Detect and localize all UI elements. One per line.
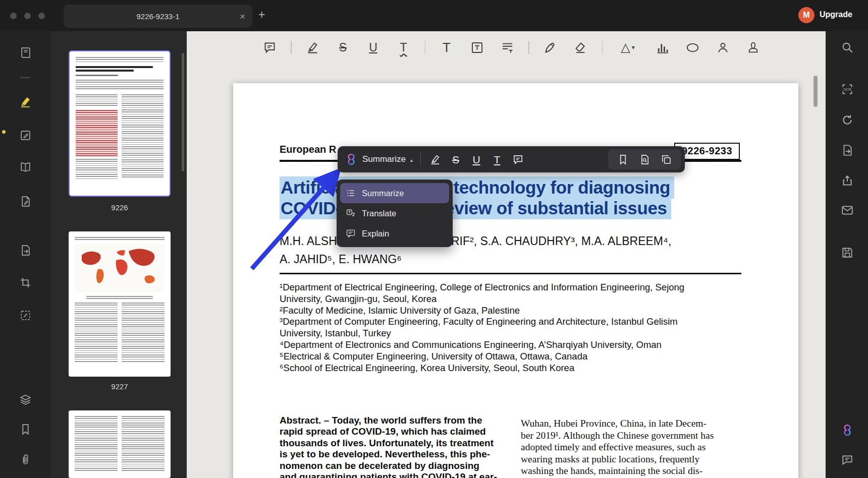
authors-fragment-right: RIF², S.A. CHAUDHRY³, M.A. ALBREEM⁴, [451,234,671,248]
page-search-icon [639,154,650,165]
layers-icon [19,393,32,406]
active-tool-indicator [2,130,6,134]
menu-item-label: Translate [362,209,396,218]
thumbnail-page-9227[interactable] [69,231,171,377]
document-tab[interactable]: 9226-9233-1 × [64,5,252,28]
ai-summarize-button[interactable]: Summarize ▴ [345,153,413,166]
open-book-button[interactable] [19,160,32,173]
convert-document-button[interactable] [19,244,32,257]
account-avatar[interactable]: M [798,7,815,23]
window-zoom-button[interactable] [38,13,45,19]
strikeout-tool[interactable]: S [449,153,462,166]
caret-up-icon: ▴ [410,156,413,163]
menu-item-translate[interactable]: Translate [340,203,449,223]
reader-book-icon [19,46,32,59]
thumbnail-scrollbar[interactable] [182,53,184,171]
stamp-person-tool[interactable] [714,38,732,56]
world-map-figure [75,244,165,292]
copy-tool[interactable] [660,153,673,166]
thumb-text-line [75,237,165,241]
text-tool[interactable]: T [438,38,456,56]
thumb-text-block [76,94,118,107]
highlight-tool[interactable] [428,153,442,166]
screenshot-button[interactable] [19,309,32,322]
underline-tool[interactable]: U [470,153,483,166]
chat-button[interactable] [840,453,854,466]
ai-assistant-button[interactable] [840,423,854,437]
selection-toolbar: Summarize ▴ S U T [338,146,685,172]
menu-item-summarize[interactable]: Summarize [340,183,449,203]
window-minimize-button[interactable] [24,13,31,19]
pencil-icon [544,41,557,54]
affiliations-text: ¹Department of Electrical Engineering, C… [280,282,746,374]
bookmark-tool[interactable] [616,153,629,166]
underline-tool[interactable]: U [364,38,383,56]
intro-column-text: Wuhan, Hubei Province, China, in late De… [521,417,743,477]
note-edit-button[interactable] [19,129,32,142]
save-button[interactable] [840,246,854,259]
left-sidebar [0,31,50,478]
search-button[interactable] [840,40,854,54]
menu-item-label: Summarize [362,189,404,198]
highlight-tool[interactable] [304,38,322,56]
thumbnail-content [69,231,171,368]
thumb-text-line [76,57,164,62]
new-tab-button[interactable]: + [258,8,265,22]
document-scrollbar[interactable] [813,76,818,107]
open-book-icon [19,161,32,173]
text-box-tool[interactable] [468,38,486,56]
chart-icon [656,41,669,54]
reader-mode-button[interactable] [19,46,32,59]
upgrade-button[interactable]: Upgrade [820,10,852,19]
attachments-button[interactable] [19,453,32,466]
pdf-page: European R 9226-9233 Artificial intellig… [233,83,798,478]
thumb-columns [75,416,165,472]
abstract-text: Abstract. – Today, the world suffers fro… [280,415,502,478]
thumbnail-page-next[interactable] [69,410,171,478]
shapes-tool[interactable]: △▾ [615,38,641,56]
chevron-down-icon: ▾ [632,44,635,51]
thumbnail-label: 9227 [69,382,171,391]
squiggly-tool[interactable]: T [395,38,413,56]
text-callout-tool[interactable] [498,38,516,56]
tab-close-icon[interactable]: × [240,12,245,21]
ocr-button[interactable]: OCR [840,82,854,96]
ellipse-tool[interactable] [683,38,701,56]
comment-tool[interactable] [511,153,524,166]
layers-button[interactable] [19,393,32,406]
ai-logo-icon [841,424,854,437]
export-page-button[interactable] [840,143,854,157]
search-page-tool[interactable] [638,153,651,166]
bookmark-icon [617,154,629,165]
comment-icon [512,154,524,165]
share-button[interactable] [840,173,854,187]
email-button[interactable] [840,203,854,217]
rotate-pages-button[interactable] [840,113,854,127]
window-close-button[interactable] [10,13,17,19]
bookmark-panel-button[interactable] [19,423,32,436]
page-export-icon [841,144,854,157]
toolbar-divider [528,41,529,54]
menu-item-explain[interactable]: Explain [340,223,449,244]
comment-markup-tool-active[interactable] [19,95,32,108]
page-edit-button[interactable] [19,195,32,208]
crop-page-button[interactable] [19,276,32,289]
annotation-toolbar: S U T T △▾ [260,37,762,57]
ocr-label: OCR [843,87,851,91]
ai-logo-icon [345,153,358,166]
thumb-text-block [122,303,165,362]
chart-tool[interactable] [653,38,671,56]
mail-icon [841,204,854,217]
text-tool[interactable]: T [491,153,504,166]
pencil-tool[interactable] [541,38,560,56]
stamp-tool[interactable] [744,38,762,56]
eraser-tool[interactable] [572,38,590,56]
thumb-highlighted-abstract [76,110,118,156]
arrow-annotation[interactable] [237,160,353,276]
thumbnail-page-9226[interactable] [69,50,171,197]
sticky-note-tool[interactable] [260,38,279,56]
strikeout-tool[interactable]: S [334,38,352,56]
thumb-text-block [75,303,118,362]
title-bar: 9226-9233-1 × + M Upgrade [0,0,868,31]
screenshot-icon [19,309,32,322]
